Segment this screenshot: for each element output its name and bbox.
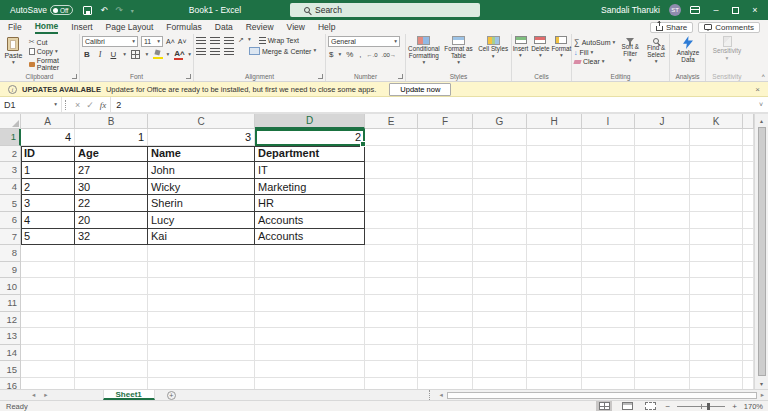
font-size-select[interactable]: 11▾ [141,36,163,47]
row-header-5[interactable]: 5 [0,195,21,212]
cell-H1[interactable] [527,129,582,146]
tab-formulas[interactable]: Formulas [166,20,201,34]
cell-A12[interactable] [21,312,75,329]
cell-H2[interactable] [527,146,582,163]
cell-I3[interactable] [582,162,635,179]
font-color-icon[interactable]: A˄ [174,50,183,59]
align-middle-icon[interactable] [210,37,220,44]
cell-C1[interactable]: 3 [148,129,255,146]
paste-button[interactable]: Paste ▾ [2,36,25,71]
cell-I7[interactable] [582,229,635,246]
cell-D11[interactable] [255,295,365,312]
cell-x7[interactable] [743,229,754,246]
row-header-15[interactable]: 15 [0,361,21,378]
cell-x2[interactable] [743,146,754,163]
row-header-16[interactable]: 16 [0,378,21,389]
enter-icon[interactable]: ✓ [86,100,94,110]
next-sheet-icon[interactable]: ▸ [44,391,47,399]
cell-x14[interactable] [743,345,754,362]
cell-x8[interactable] [743,245,754,262]
ribbon-display-options-icon[interactable] [690,6,700,14]
cell-x13[interactable] [743,328,754,345]
cell-I13[interactable] [582,328,635,345]
autosave-pill[interactable]: Off [50,5,74,15]
tab-data[interactable]: Data [215,20,233,34]
font-dialog-launcher-icon[interactable] [186,74,191,79]
vertical-scrollbar[interactable]: ▴ ▾ [754,114,768,389]
customize-qat-dropdown-icon[interactable]: ▾ [131,7,134,14]
align-right-icon[interactable] [224,48,234,55]
horizontal-scrollbar[interactable]: ◂ ▸ [426,390,768,400]
tab-review[interactable]: Review [246,20,274,34]
cell-J2[interactable] [635,146,690,163]
name-box[interactable]: D1▾ [0,97,62,112]
zoom-in-button[interactable]: + [732,402,737,411]
cell-D2[interactable]: Department [255,146,365,163]
cell-E4[interactable] [365,179,418,196]
cell-F15[interactable] [418,361,473,378]
cell-x6[interactable] [743,212,754,229]
row-header-9[interactable]: 9 [0,262,21,279]
zoom-slider[interactable] [677,406,725,407]
cell-D12[interactable] [255,312,365,329]
cell-x1[interactable] [743,129,754,146]
cell-J9[interactable] [635,262,690,279]
cell-K10[interactable] [690,278,743,295]
expand-formula-bar-icon[interactable]: ˅ [759,101,768,108]
cell-I2[interactable] [582,146,635,163]
cell-J12[interactable] [635,312,690,329]
scroll-left-icon[interactable]: ◂ [437,391,444,399]
cell-G13[interactable] [473,328,527,345]
row-header-1[interactable]: 1 [0,129,21,146]
cell-J16[interactable] [635,378,690,389]
cell-G6[interactable] [473,212,527,229]
normal-view-button[interactable] [596,401,612,411]
cell-J1[interactable] [635,129,690,146]
update-now-button[interactable]: Update now [389,83,451,96]
row-header-11[interactable]: 11 [0,295,21,312]
bold-button[interactable]: B [82,50,92,59]
cell-D10[interactable] [255,278,365,295]
number-format-select[interactable]: General▾ [328,36,400,47]
tab-insert[interactable]: Insert [71,20,92,34]
cell-K4[interactable] [690,179,743,196]
sensitivity-button[interactable]: Sensitivity▾ [708,36,746,61]
cell-H9[interactable] [527,262,582,279]
cell-D3[interactable]: IT [255,162,365,179]
cell-D7[interactable]: Accounts [255,229,365,246]
cell-J11[interactable] [635,295,690,312]
align-left-icon[interactable] [196,48,206,55]
column-header-B[interactable]: B [75,114,148,129]
cell-I9[interactable] [582,262,635,279]
message-close-icon[interactable]: × [755,85,760,94]
number-dialog-launcher-icon[interactable] [398,74,403,79]
cell-E5[interactable] [365,195,418,212]
cell-K6[interactable] [690,212,743,229]
new-sheet-icon[interactable]: + [167,391,176,400]
cell-H15[interactable] [527,361,582,378]
cell-B10[interactable] [75,278,148,295]
cell-E10[interactable] [365,278,418,295]
column-header-G[interactable]: G [473,114,527,129]
comma-style-button[interactable]: , [358,50,362,59]
scroll-up-icon[interactable]: ▴ [760,114,763,126]
cell-D9[interactable] [255,262,365,279]
cell-F6[interactable] [418,212,473,229]
cell-H14[interactable] [527,345,582,362]
cell-x16[interactable] [743,378,754,389]
cell-F1[interactable] [418,129,473,146]
undo-button[interactable]: ↶ [100,5,107,15]
cell-K3[interactable] [690,162,743,179]
avatar[interactable]: ST [669,4,681,16]
cell-F2[interactable] [418,146,473,163]
cell-K16[interactable] [690,378,743,389]
format-painter-button[interactable]: Format Painter [29,57,77,71]
cell-D15[interactable] [255,361,365,378]
cell-H6[interactable] [527,212,582,229]
cell-I14[interactable] [582,345,635,362]
cell-K13[interactable] [690,328,743,345]
tab-page-layout[interactable]: Page Layout [106,20,154,34]
cell-A13[interactable] [21,328,75,345]
cell-E2[interactable] [365,146,418,163]
conditional-formatting-button[interactable]: Conditional Formatting▾ [408,36,440,71]
